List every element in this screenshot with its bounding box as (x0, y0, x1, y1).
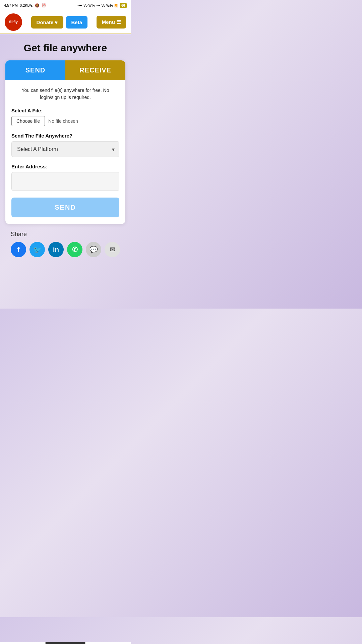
logo: filifly (5, 13, 22, 31)
platform-label: Send The File Anywhere? (11, 133, 119, 139)
no-file-text: No file chosen (48, 118, 78, 124)
main-card: SEND RECEIVE You can send file(s) anywhe… (5, 60, 125, 224)
facebook-icon: f (17, 246, 20, 254)
header-buttons: Donate ♥ Beta (31, 16, 87, 29)
address-label: Enter Address: (11, 164, 119, 169)
signal-icon: ▪▪▪▪ (77, 4, 82, 7)
facebook-share-button[interactable]: f (11, 242, 26, 257)
info-text: You can send file(s) anywhere for free. … (11, 87, 119, 101)
signal-icon-2: ▪▪▪ (97, 4, 100, 7)
card-body: You can send file(s) anywhere for free. … (5, 80, 125, 224)
status-bar: 4:57 PM 0.2KB/s 🔕 ⏰ ▪▪▪▪ Vo WiFi ▪▪▪ Vo … (0, 0, 131, 11)
share-section: Share f 🐦 in ✆ 💬 ✉ (5, 224, 125, 264)
email-share-button[interactable]: ✉ (105, 242, 120, 257)
share-label: Share (11, 231, 27, 238)
menu-button[interactable]: Menu ☰ (97, 16, 126, 29)
battery-indicator: 66 (120, 3, 127, 8)
messenger-icon: 💬 (89, 246, 98, 254)
linkedin-icon: in (53, 246, 59, 254)
file-label: Select A File: (11, 108, 119, 113)
messenger-share-button[interactable]: 💬 (86, 242, 101, 257)
status-time: 4:57 PM (4, 3, 18, 7)
main-content: Get file anywhere SEND RECEIVE You can s… (0, 34, 131, 272)
tab-receive[interactable]: RECEIVE (65, 60, 125, 80)
file-row: Choose file No file chosen (11, 116, 119, 126)
twitter-share-button[interactable]: 🐦 (29, 242, 45, 257)
whatsapp-icon: ✆ (72, 246, 78, 254)
mute-icon: 🔕 (35, 3, 40, 8)
status-right: ▪▪▪▪ Vo WiFi ▪▪▪ Vo WiFi 📶 66 (77, 3, 127, 8)
status-left: 4:57 PM 0.2KB/s 🔕 ⏰ (4, 3, 46, 8)
wifi-label-1: Vo WiFi (83, 4, 95, 7)
email-icon: ✉ (110, 246, 115, 254)
send-button[interactable]: SEND (11, 198, 119, 217)
whatsapp-share-button[interactable]: ✆ (67, 242, 82, 257)
beta-button[interactable]: Beta (66, 16, 88, 29)
tab-send[interactable]: SEND (5, 60, 65, 80)
wifi-icon: 📶 (114, 4, 118, 7)
status-speed: 0.2KB/s (20, 3, 33, 7)
choose-file-button[interactable]: Choose file (11, 116, 45, 126)
header: filifly Donate ♥ Beta Menu ☰ (0, 11, 131, 34)
linkedin-share-button[interactable]: in (48, 242, 64, 257)
wifi-label-2: Vo WiFi (101, 4, 113, 7)
page-title: Get file anywhere (5, 42, 125, 54)
tab-row: SEND RECEIVE (5, 60, 125, 80)
platform-select[interactable]: Select A Platform WhatsApp Email Faceboo… (11, 141, 119, 157)
platform-select-wrapper: Select A Platform WhatsApp Email Faceboo… (11, 141, 119, 157)
address-input[interactable] (11, 172, 119, 191)
share-icons: f 🐦 in ✆ 💬 ✉ (11, 242, 120, 257)
twitter-icon: 🐦 (33, 246, 42, 254)
logo-text: filifly (9, 20, 18, 24)
donate-button[interactable]: Donate ♥ (31, 16, 63, 29)
alarm-icon: ⏰ (42, 3, 46, 8)
